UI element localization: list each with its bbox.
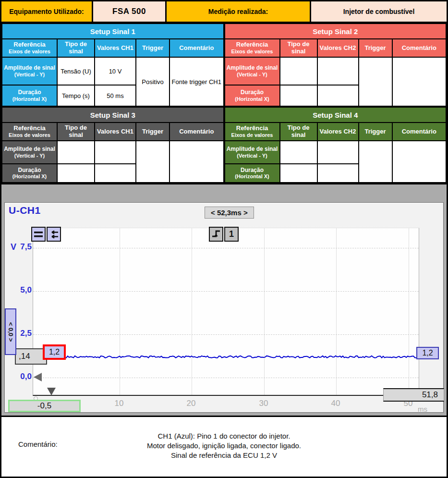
comment-text: CH1 (Azul): Pino 1 do conector do injeto… [1,431,447,460]
y-tick-0-0: 0,0 [15,372,32,381]
setup3-row-amplitude: Amplitude de sinal(Vertical - Y) [2,141,57,164]
setup1-duration-value: 50 ms [95,85,136,106]
setup3-title: Setup Sinal 3 [2,107,224,123]
setup2-amplitude-value [317,57,359,85]
setup-table-1: Setup Sinal 1 ReferênciaEixos de valores… [1,23,224,107]
setup2-col-reference: ReferênciaEixos de valores [225,39,280,57]
y-tick-5-0: 5,0 [15,285,32,295]
setup3-amplitude-type [57,141,95,164]
setup2-row-duration: Duração(Horizontal X) [225,85,280,106]
document-header: Equipamento Utilizado: FSA 500 Medição r… [1,1,447,23]
equipment-value: FSA 500 [93,1,165,22]
report-page: Equipamento Utilizado: FSA 500 Medição r… [0,0,448,478]
trigger-position-marker-icon[interactable] [47,388,56,395]
setup1-amplitude-value: 10 V [95,57,136,85]
setup1-trigger-value: Positivo [136,57,170,106]
setup3-comment-value [170,141,224,183]
setup-table-4: Setup Sinal 4 ReferênciaEixos de valores… [224,107,447,183]
setup4-col-trigger: Trigger [359,123,392,141]
setup3-col-reference: ReferênciaEixos de valores [2,123,57,141]
measurement-label: Medição realizada: [167,1,310,22]
setup4-title: Setup Sinal 4 [225,107,447,123]
setup1-duration-type: Tempo (s) [57,85,95,106]
cursor-b-readout[interactable]: 51,8 [383,388,444,402]
scope-window: U-CH1 < 52,3ms > [4,202,444,413]
comment-line-3: Sinal de referência da ECU 1,2 V [1,451,447,460]
setup3-col-values: Valores CH1 [95,123,136,141]
level-marker-left-highlighted[interactable]: 1,2 [43,344,66,360]
setup1-title: Setup Sinal 1 [2,24,224,39]
setup4-col-reference: ReferênciaEixos de valores [225,123,280,141]
setup2-duration-type [280,85,317,106]
channel-label: U-CH1 [9,205,41,216]
cursor-a-readout[interactable]: -0,5 [8,400,81,412]
setup4-amplitude-value [317,141,359,164]
setup2-amplitude-type [280,57,317,85]
trigger-settings-button[interactable]: 1 [209,227,239,242]
x-tick-40: 40 [325,399,346,408]
waveform [33,228,420,396]
x-tick-10: 10 [109,399,130,408]
y-tick-2-5: 2,5 [15,329,32,338]
setup1-comment-value: Fonte trigger CH1 [170,57,224,106]
setup4-row-duration: Duração(Horizontal X) [225,164,280,183]
setup3-duration-type [57,164,95,183]
setup3-trigger-value [136,141,170,183]
setup1-row-amplitude: Amplitude de sinal(Vertical - Y) [2,57,57,85]
measurement-value: Injetor de combustível [311,1,447,22]
trigger-edge-icon [209,227,223,242]
comment-section: Comentário: CH1 (Azul): Pino 1 do conect… [1,417,447,474]
time-span-readout[interactable]: < 52,3ms > [205,207,254,219]
zero-position-marker[interactable]: < 0,0 > [5,308,16,355]
setup4-row-amplitude: Amplitude de sinal(Vertical - Y) [225,141,280,164]
setup2-col-values: Valores CH2 [317,39,359,57]
setup1-col-comment: Comentário [170,39,224,57]
signal-position-arrows-icon [47,227,61,242]
setup1-col-type: Tipo de sinal [57,39,95,57]
level-marker-right[interactable]: 1,2 [416,347,439,359]
setup4-col-type: Tipo de sinal [280,123,317,141]
setup4-duration-type [280,164,317,183]
setup2-trigger-value [359,57,392,106]
setup1-col-reference: ReferênciaEixos de valores [2,39,57,57]
setup2-duration-value [317,85,359,106]
channel-settings-button[interactable] [31,227,61,242]
setup3-amplitude-value [95,141,136,164]
level-readout-box[interactable]: ,14 [15,348,47,365]
comment-line-2: Motor delisgado, ignição ligada, conecto… [1,441,447,451]
setup2-comment-value [392,57,447,106]
setup2-col-type: Tipo de sinal [280,39,317,57]
setup3-col-type: Tipo de sinal [57,123,95,141]
setup4-duration-value [317,164,359,183]
setup3-duration-value [95,164,136,183]
setup2-col-trigger: Trigger [359,39,392,57]
setup1-col-values: Valores CH1 [95,39,136,57]
equipment-label: Equipamento Utilizado: [1,1,92,22]
setup1-amplitude-type: Tensão (U) [57,57,95,85]
zero-level-arrow-icon[interactable] [34,373,42,381]
setup4-comment-value [392,141,447,183]
channel-coupling-icon [31,227,46,242]
x-tick-20: 20 [181,399,202,408]
comment-line-1: CH1 (Azul): Pino 1 do conector do injeto… [1,431,447,441]
setup4-col-comment: Comentário [392,123,447,141]
x-axis-unit: ms [418,405,427,413]
scope-panel: U-CH1 < 52,3ms > [1,184,447,417]
setup4-trigger-value [359,141,392,183]
setup3-col-trigger: Trigger [136,123,170,141]
setup2-row-amplitude: Amplitude de sinal(Vertical - Y) [225,57,280,85]
setup-table-2: Setup Sinal 2 ReferênciaEixos de valores… [224,23,447,107]
setup4-col-values: Valores CH2 [317,123,359,141]
setup3-row-duration: Duração(Horizontal X) [2,164,57,183]
setup2-title: Setup Sinal 2 [225,24,447,39]
plot-area[interactable] [33,228,419,396]
setup2-col-comment: Comentário [392,39,447,57]
setup1-col-trigger: Trigger [136,39,170,57]
setup1-row-duration: Duração(Horizontal X) [2,85,57,106]
setup-table-3: Setup Sinal 3 ReferênciaEixos de valores… [1,107,224,183]
trigger-channel-indicator: 1 [224,227,239,242]
setup-tables-grid: Setup Sinal 1 ReferênciaEixos de valores… [1,23,447,184]
y-tick-7-5: 7,5 [15,242,32,252]
setup4-amplitude-type [280,141,317,164]
ch1-trace [33,356,419,358]
